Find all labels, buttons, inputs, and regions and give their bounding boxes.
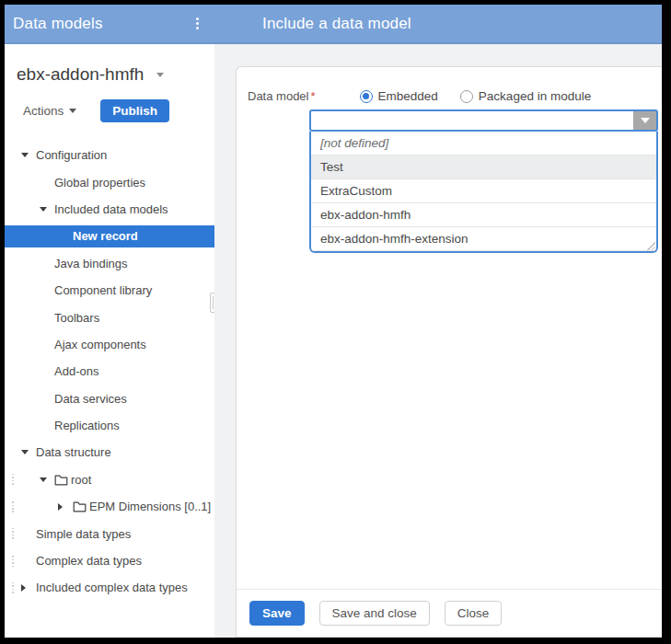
save-button[interactable]: Save bbox=[249, 601, 305, 626]
form-panel: Data model * Embedded Packaged in module… bbox=[236, 66, 662, 638]
radio-icon bbox=[360, 90, 373, 103]
topbar-left-section: Data models bbox=[5, 5, 214, 42]
combobox-dropdown-button[interactable] bbox=[633, 111, 656, 130]
resize-grip-icon[interactable] bbox=[645, 240, 655, 250]
tree-item-epm-dimensions-0-1[interactable]: EPM Dimensions [0..1] bbox=[5, 493, 214, 520]
dropdown-option-ebx-addon-hmfh[interactable]: ebx-addon-hmfh bbox=[311, 203, 656, 227]
tree-caret-icon bbox=[40, 207, 54, 212]
tree-item-add-ons[interactable]: Add-ons bbox=[5, 358, 214, 385]
tree-caret-icon bbox=[21, 584, 36, 592]
tree-item-data-structure[interactable]: Data structure bbox=[5, 439, 214, 466]
drag-grip-icon bbox=[12, 474, 14, 485]
chevron-down-icon bbox=[641, 118, 650, 123]
tree-item-new-record[interactable]: New record bbox=[5, 225, 214, 247]
tree-item-label: Data structure bbox=[36, 445, 111, 459]
tree-item-toolbars[interactable]: Toolbars bbox=[5, 304, 214, 330]
data-model-field-row: Data model * Embedded Packaged in module bbox=[248, 89, 653, 103]
chevron-down-icon bbox=[156, 73, 164, 77]
tree-item-label: Complex data types bbox=[36, 554, 142, 568]
radio-option-packaged-in-module[interactable]: Packaged in module bbox=[460, 89, 591, 103]
tree-item-label: Simple data types bbox=[36, 527, 131, 541]
tree-item-included-data-models[interactable]: Included data models bbox=[5, 196, 214, 223]
tree-item-component-library[interactable]: Component library bbox=[5, 277, 214, 304]
main-area: Data model * Embedded Packaged in module… bbox=[214, 44, 662, 638]
close-button[interactable]: Close bbox=[445, 601, 503, 626]
radio-group: Embedded Packaged in module bbox=[360, 89, 592, 103]
drag-grip-icon bbox=[12, 501, 14, 512]
tree-item-data-services[interactable]: Data services bbox=[5, 385, 214, 412]
tree-caret-icon bbox=[40, 477, 54, 482]
tree-item-label: New record bbox=[73, 229, 138, 243]
tree-caret-icon bbox=[21, 153, 36, 157]
folder-icon bbox=[54, 474, 71, 486]
radio-icon bbox=[460, 90, 473, 103]
navigation-tree: Configuration Global properties Included… bbox=[5, 142, 214, 602]
tree-caret-icon bbox=[21, 450, 36, 454]
field-label: Data model bbox=[248, 89, 308, 103]
tree-item-label: Data services bbox=[54, 392, 127, 406]
drag-grip-icon bbox=[12, 582, 14, 593]
model-selector[interactable]: ebx-addon-hmfh bbox=[5, 44, 214, 85]
tree-item-global-properties[interactable]: Global properties bbox=[5, 168, 214, 195]
tree-item-label: Component library bbox=[54, 283, 152, 297]
dropdown-option-not-defined[interactable]: [not defined] bbox=[311, 132, 656, 155]
tree-caret-icon bbox=[58, 503, 73, 511]
tree-item-label: Configuration bbox=[36, 148, 107, 162]
tree-item-ajax-components[interactable]: Ajax components bbox=[5, 331, 214, 358]
tree-item-label: Add-ons bbox=[54, 364, 98, 378]
drag-grip-icon bbox=[12, 528, 14, 539]
actions-menu-button[interactable]: Actions bbox=[23, 104, 76, 118]
combobox-value bbox=[311, 111, 633, 130]
tree-item-label: Toolbars bbox=[54, 311, 99, 325]
tree-item-label: EPM Dimensions [0..1] bbox=[89, 500, 211, 513]
actions-label: Actions bbox=[23, 104, 64, 118]
pane-title-data-models: Data models bbox=[13, 15, 103, 33]
tree-item-simple-data-types[interactable]: Simple data types bbox=[5, 520, 214, 546]
publish-button[interactable]: Publish bbox=[100, 99, 169, 122]
dropdown-option-ebx-addon-hmfh-extension[interactable]: ebx-addon-hmfh-extension bbox=[311, 227, 656, 251]
radio-label: Embedded bbox=[378, 89, 438, 103]
tree-item-label: Included complex data types bbox=[36, 581, 188, 594]
tree-item-label: Ajax components bbox=[54, 338, 146, 351]
tree-item-label: root bbox=[71, 473, 91, 487]
dropdown-option-test[interactable]: Test bbox=[311, 155, 656, 179]
folder-icon bbox=[73, 500, 89, 512]
tree-item-java-bindings[interactable]: Java bindings bbox=[5, 250, 214, 277]
model-name: ebx-addon-hmfh bbox=[17, 64, 144, 85]
chevron-down-icon bbox=[69, 109, 76, 113]
drag-grip-icon bbox=[12, 556, 14, 567]
radio-option-embedded[interactable]: Embedded bbox=[360, 89, 438, 103]
tree-item-label: Replications bbox=[54, 419, 120, 432]
dropdown-list: [not defined] Test ExtraCustom ebx-addon… bbox=[309, 132, 658, 253]
data-model-combobox[interactable] bbox=[309, 109, 658, 132]
sidebar: ebx-addon-hmfh Actions Publish Configura… bbox=[5, 44, 214, 638]
app-window: Data models Include a data model ebx-add… bbox=[5, 5, 662, 638]
tree-item-replications[interactable]: Replications bbox=[5, 412, 214, 439]
tree-item-included-complex-data-types[interactable]: Included complex data types bbox=[5, 574, 214, 601]
tree-item-label: Included data models bbox=[54, 202, 168, 216]
tree-item-root[interactable]: root bbox=[5, 466, 214, 493]
tree-item-label: Java bindings bbox=[54, 257, 128, 270]
tree-item-complex-data-types[interactable]: Complex data types bbox=[5, 547, 214, 574]
form-footer: Save Save and close Close bbox=[237, 589, 662, 637]
tree-item-label: Global properties bbox=[54, 176, 145, 190]
top-bar: Data models Include a data model bbox=[5, 5, 662, 44]
tree-item-configuration[interactable]: Configuration bbox=[5, 142, 214, 168]
actions-row: Actions Publish bbox=[23, 99, 214, 122]
save-and-close-button[interactable]: Save and close bbox=[319, 601, 430, 626]
kebab-menu-icon[interactable] bbox=[189, 15, 205, 33]
radio-label: Packaged in module bbox=[479, 89, 591, 103]
dropdown-option-extracustom[interactable]: ExtraCustom bbox=[311, 179, 656, 203]
page-title: Include a data model bbox=[214, 15, 662, 33]
required-marker: * bbox=[310, 89, 315, 103]
